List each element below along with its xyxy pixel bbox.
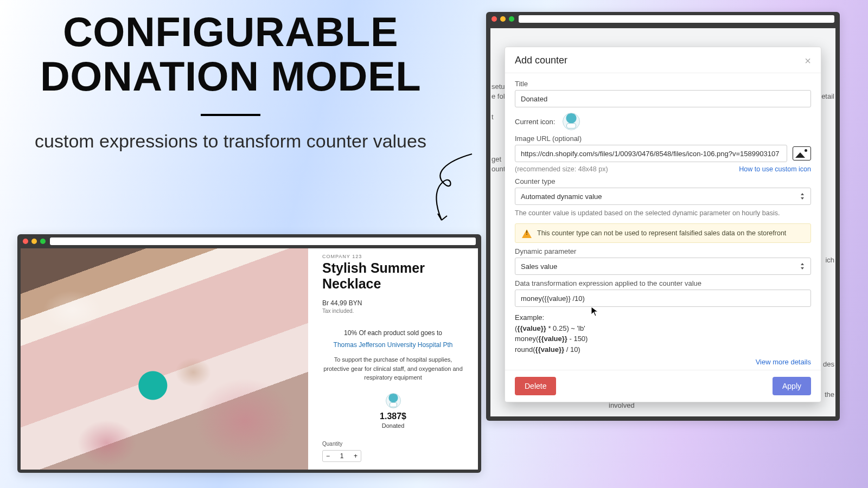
bg-text: etail bbox=[821, 92, 834, 100]
current-icon-label: Current icon: bbox=[515, 118, 555, 126]
expression-label: Data transformation expression applied t… bbox=[515, 279, 811, 287]
hero-divider bbox=[201, 114, 260, 116]
title-input-value: Donated bbox=[521, 95, 547, 103]
counter-type-label: Counter type bbox=[515, 177, 811, 185]
qty-value: 1 bbox=[340, 452, 344, 460]
hero-subtitle: custom expressions to transform counter … bbox=[22, 129, 439, 154]
product-title: Stylish Summer Necklace bbox=[322, 260, 464, 292]
bg-text: ount bbox=[492, 165, 505, 173]
hero-title: CONFIGURABLE DONATION MODEL bbox=[22, 10, 439, 99]
dynamic-param-select[interactable]: Sales value bbox=[515, 258, 811, 275]
address-bar[interactable] bbox=[519, 15, 834, 23]
example-heading: Example: bbox=[515, 312, 811, 323]
close-dot-icon[interactable] bbox=[23, 239, 28, 244]
hero-title-line1: CONFIGURABLE bbox=[63, 9, 398, 55]
custom-icon-help-link[interactable]: How to use custom icon bbox=[739, 165, 811, 173]
donation-description: To support the purchase of hospital supp… bbox=[322, 355, 464, 382]
cursor-icon bbox=[591, 306, 598, 317]
qty-decrement[interactable]: − bbox=[326, 452, 330, 460]
address-bar[interactable] bbox=[50, 237, 476, 245]
select-caret-icon bbox=[800, 262, 805, 270]
add-counter-modal: Add counter × Title Donated Current icon… bbox=[505, 47, 821, 402]
traffic-lights bbox=[23, 239, 46, 244]
zoom-dot-icon[interactable] bbox=[40, 239, 46, 244]
bg-text: ich bbox=[825, 256, 834, 264]
counter-type-select[interactable]: Automated dynamic value bbox=[515, 188, 811, 205]
counter-value: 1.387$ bbox=[322, 412, 464, 421]
current-icon-preview bbox=[563, 113, 580, 130]
image-url-label: Image URL (optional) bbox=[515, 134, 811, 143]
image-url-input[interactable]: https://cdn.shopify.com/s/files/1/0093/0… bbox=[515, 145, 787, 162]
donation-counter: 1.387$ Donated bbox=[322, 393, 464, 429]
expression-value: money({{value}} /10) bbox=[521, 294, 585, 303]
storefront-browser-window: COMPANY 123 Stylish Summer Necklace Br 4… bbox=[17, 234, 481, 473]
donation-intro: 10% Of each product sold goes to bbox=[322, 329, 464, 337]
quantity-stepper[interactable]: − 1 + bbox=[322, 450, 361, 462]
title-input[interactable]: Donated bbox=[515, 90, 811, 107]
bg-text: involved bbox=[609, 401, 635, 409]
mask-icon bbox=[386, 393, 401, 408]
dynamic-param-label: Dynamic parameter bbox=[515, 247, 811, 255]
zoom-dot-icon[interactable] bbox=[509, 16, 514, 22]
bg-text: get bbox=[492, 155, 501, 163]
donation-org-link[interactable]: Thomas Jefferson University Hospital Pth bbox=[322, 341, 464, 349]
expression-input[interactable]: money({{value}} /10) bbox=[515, 290, 811, 307]
close-dot-icon[interactable] bbox=[492, 16, 497, 22]
admin-browser-window: setu e foll t etail get ount ich t des t… bbox=[486, 12, 840, 421]
product-photo bbox=[21, 248, 308, 470]
bg-text: the bbox=[825, 390, 834, 399]
bg-text: t bbox=[492, 113, 494, 121]
apply-button[interactable]: Apply bbox=[773, 377, 811, 395]
delete-button[interactable]: Delete bbox=[515, 377, 556, 395]
dynamic-param-value: Sales value bbox=[521, 262, 557, 271]
counter-type-help: The counter value is updated based on th… bbox=[515, 209, 811, 217]
image-url-value: https://cdn.shopify.com/s/files/1/0093/0… bbox=[521, 150, 779, 158]
company-name: COMPANY 123 bbox=[322, 254, 464, 259]
bg-text: setu bbox=[492, 82, 505, 91]
traffic-lights bbox=[492, 16, 514, 22]
product-price: Br 44,99 BYN bbox=[322, 299, 464, 307]
minimize-dot-icon[interactable] bbox=[31, 239, 37, 244]
select-caret-icon bbox=[800, 192, 805, 200]
add-to-cart-button[interactable]: Add to cart bbox=[322, 470, 464, 470]
window-chrome bbox=[486, 12, 840, 26]
expression-example: Example: ({{value}} * 0.25) ~ 'lb' money… bbox=[515, 312, 811, 355]
warning-icon bbox=[522, 228, 532, 238]
image-picker-icon[interactable] bbox=[793, 146, 811, 160]
counter-label: Donated bbox=[322, 422, 464, 429]
hero-title-line2: DONATION MODEL bbox=[40, 53, 421, 99]
arrow-squiggle-icon bbox=[429, 152, 477, 228]
modal-title: Add counter bbox=[515, 55, 567, 66]
view-more-link[interactable]: View more details bbox=[756, 358, 811, 366]
window-chrome bbox=[17, 234, 481, 248]
close-icon[interactable]: × bbox=[805, 55, 811, 66]
quantity-label: Quantity bbox=[322, 441, 464, 447]
counter-type-value: Automated dynamic value bbox=[521, 192, 602, 201]
warning-text: This counter type can not be used to rep… bbox=[537, 229, 786, 237]
image-size-hint: (recommended size: 48x48 px) bbox=[515, 165, 608, 173]
bg-text: t des bbox=[819, 360, 834, 368]
title-label: Title bbox=[515, 80, 811, 88]
counter-type-warning: This counter type can not be used to rep… bbox=[515, 223, 811, 243]
qty-increment[interactable]: + bbox=[354, 452, 358, 460]
minimize-dot-icon[interactable] bbox=[500, 16, 506, 22]
tax-note: Tax included. bbox=[322, 308, 464, 314]
